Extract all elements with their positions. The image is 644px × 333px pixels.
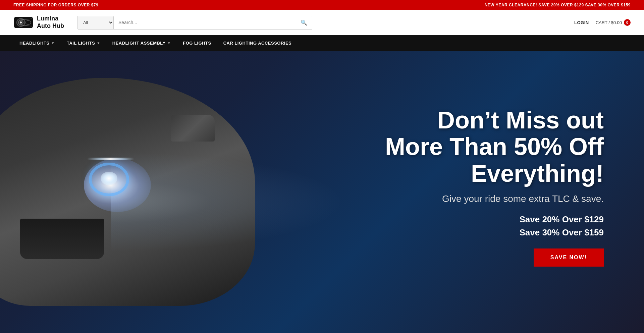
cart-link[interactable]: CART / $0.00 0 [596,19,631,26]
headlight-assembly-chevron-icon: ▼ [167,41,171,45]
logo-text: Lumina Auto Hub [37,15,64,30]
hero-title: Don’t Miss out More Than 50% Off Everyth… [385,107,604,187]
header: Lumina Auto Hub All Headlights Tail Ligh… [0,10,644,35]
nav-item-tail-lights[interactable]: TAIL LIGHTS ▼ [61,35,106,51]
tail-lights-chevron-icon: ▼ [97,41,100,45]
nav-headlight-assembly-label: HEADLIGHT ASSEMBLY [112,41,166,46]
nav-headlights-label: HEADLIGHTS [19,41,50,46]
hero-save1: Save 20% Over $129 [385,214,604,225]
nav-bar: HEADLIGHTS ▼ TAIL LIGHTS ▼ HEADLIGHT ASS… [0,35,644,51]
cart-badge: 0 [624,19,631,26]
search-input[interactable] [114,16,296,29]
nav-tail-lights-label: TAIL LIGHTS [67,41,95,46]
cart-label: CART / $0.00 [596,20,622,25]
logo-link[interactable]: Lumina Auto Hub [13,14,64,31]
header-right: LOGIN CART / $0.00 0 [574,19,631,26]
banner-left: FREE SHIPPING FOR ORDERS OVER $79 [13,3,98,7]
top-banner: FREE SHIPPING FOR ORDERS OVER $79 New Ye… [0,0,644,10]
hero-car-background [0,51,302,333]
headlight-beam [111,152,345,252]
headlight-inner [101,172,117,185]
nav-car-lighting-label: CAR LIGHTING ACCESSORIES [223,41,292,46]
hero-content: Don’t Miss out More Than 50% Off Everyth… [385,107,644,280]
login-link[interactable]: LOGIN [574,20,589,25]
drl-strip [87,158,134,160]
nav-fog-lights-label: FOG LIGHTS [183,41,211,46]
logo-icon [13,14,34,31]
search-bar: All Headlights Tail Lights Fog Lights 🔍 [77,16,312,30]
nav-item-headlights[interactable]: HEADLIGHTS ▼ [13,35,61,51]
car-grille [20,219,104,259]
hero-subtitle: Give your ride some extra TLC & save. [385,193,604,204]
car-mirror [171,115,215,142]
svg-point-3 [20,21,22,23]
nav-item-fog-lights[interactable]: FOG LIGHTS [177,35,217,51]
hero-save2: Save 30% Over $159 [385,227,604,238]
hero-section: Don’t Miss out More Than 50% Off Everyth… [0,51,644,333]
search-button[interactable]: 🔍 [296,16,312,29]
nav-item-headlight-assembly[interactable]: HEADLIGHT ASSEMBLY ▼ [106,35,177,51]
banner-right: New Year Clearance! SAVE 20% OVER $129 S… [485,3,631,7]
hero-title-line1: Don’t Miss out [437,107,604,133]
nav-item-car-lighting[interactable]: CAR LIGHTING ACCESSORIES [217,35,298,51]
search-category-select[interactable]: All Headlights Tail Lights Fog Lights [78,16,114,29]
save-now-button[interactable]: SAVE NOW! [534,248,604,267]
headlights-chevron-icon: ▼ [51,41,55,45]
hero-title-line3: Everything! [471,160,604,187]
hero-title-line2: More Than 50% Off [385,133,604,160]
